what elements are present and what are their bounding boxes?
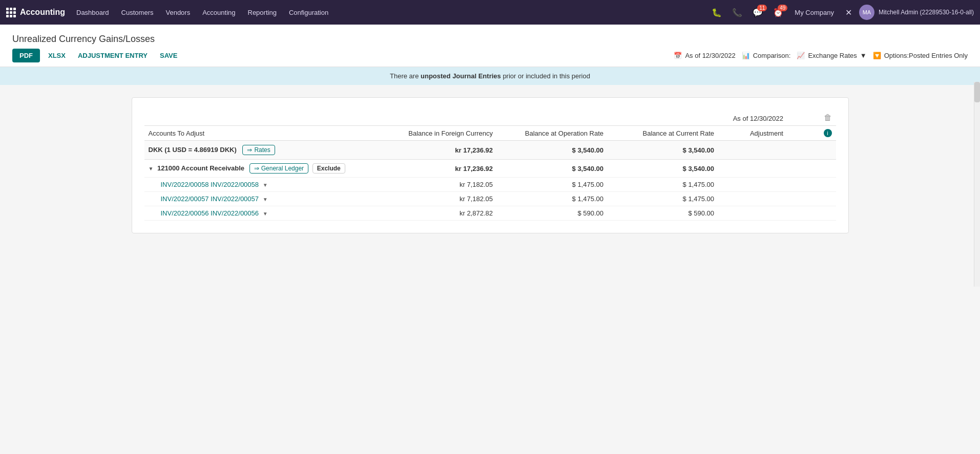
- report-container: As of 12/30/2022 🗑 Accounts To Adjust Ba…: [132, 97, 849, 233]
- col-header-as-of: As of 12/30/2022: [386, 110, 787, 126]
- entry-balance-foreign-1: kr 7,182.05: [386, 192, 497, 206]
- entry-row: INV/2022/00056 INV/2022/00056 ▼ kr 2,872…: [144, 206, 836, 221]
- general-ledger-btn[interactable]: ⇒ General Ledger: [249, 163, 308, 174]
- chat-icon-btn[interactable]: 💬 11: [749, 6, 766, 19]
- exchange-rates-filter[interactable]: 📈 Exchange Rates ▼: [797, 52, 866, 59]
- phone-icon-btn[interactable]: 📞: [729, 6, 745, 19]
- col-header-adjustment: Adjustment: [718, 126, 787, 141]
- rates-link[interactable]: ⇒ Rates: [242, 145, 275, 155]
- scrollbar-thumb[interactable]: [974, 82, 980, 102]
- trend-icon: 📈: [797, 52, 805, 59]
- info-icon[interactable]: i: [824, 129, 832, 137]
- exchange-rates-label: Exchange Rates: [808, 52, 857, 59]
- main-content: As of 12/30/2022 🗑 Accounts To Adjust Ba…: [0, 85, 980, 454]
- bug-icon: 🐛: [712, 8, 722, 17]
- entry-label-2[interactable]: INV/2022/00056 INV/2022/00056 ▼: [144, 206, 387, 221]
- gl-label: General Ledger: [261, 165, 304, 172]
- nav-configuration[interactable]: Configuration: [284, 6, 333, 19]
- phone-icon: 📞: [732, 8, 742, 17]
- as-of-label: As of 12/30/2022: [685, 52, 735, 59]
- info-banner: There are unposted Journal Entries prior…: [0, 67, 980, 85]
- nav-icons: 🐛 📞 💬 11 ⏰ 49 My Company ✕ MA Mitchell A…: [708, 5, 974, 20]
- nav-customers[interactable]: Customers: [116, 6, 159, 19]
- clock-icon-btn[interactable]: ⏰ 49: [770, 6, 786, 19]
- close-icon-btn[interactable]: ✕: [842, 6, 855, 19]
- nav-accounting[interactable]: Accounting: [197, 6, 240, 19]
- account-balance-current: $ 3,540.00: [608, 160, 718, 178]
- currency-balance-foreign: kr 17,236.92: [386, 141, 497, 160]
- entry-balance-foreign-2: kr 2,872.82: [386, 206, 497, 221]
- grid-icon: [6, 8, 16, 17]
- entry-balance-current-0: $ 1,475.00: [608, 178, 718, 192]
- company-selector[interactable]: My Company: [790, 7, 838, 18]
- entry-row: INV/2022/00057 INV/2022/00057 ▼ kr 7,182…: [144, 192, 836, 206]
- trash-icon[interactable]: 🗑: [824, 113, 832, 122]
- page-title: Unrealized Currency Gains/Losses: [12, 29, 968, 49]
- adjustment-entry-button[interactable]: ADJUSTMENT ENTRY: [74, 49, 152, 62]
- account-actions: [787, 160, 836, 178]
- account-adjustment: [718, 160, 787, 178]
- col-header-accounts-label: Accounts To Adjust: [144, 126, 387, 141]
- account-row: ▼ 121000 Account Receivable ⇒ General Le…: [144, 160, 836, 178]
- currency-balance-current: $ 3,540.00: [608, 141, 718, 160]
- options-label: Options:Posted Entries Only: [884, 52, 968, 59]
- entry-balance-operation-1: $ 1,475.00: [497, 192, 608, 206]
- bug-icon-btn[interactable]: 🐛: [708, 6, 725, 19]
- options-filter[interactable]: 🔽 Options:Posted Entries Only: [873, 52, 968, 59]
- arrow-gl-icon: ⇒: [254, 165, 259, 172]
- nav-vendors[interactable]: Vendors: [160, 6, 195, 19]
- navbar: Accounting Dashboard Customers Vendors A…: [0, 0, 980, 25]
- entry-link-0[interactable]: INV/2022/00058 INV/2022/00058: [161, 181, 259, 188]
- rates-label: Rates: [254, 146, 270, 154]
- currency-adjustment: [718, 141, 787, 160]
- entry-adjustment-1: [718, 192, 787, 206]
- bar-chart-icon: 📊: [742, 52, 750, 59]
- exclude-btn[interactable]: Exclude: [312, 163, 345, 174]
- save-button[interactable]: SAVE: [156, 49, 181, 62]
- toolbar: PDF XLSX ADJUSTMENT ENTRY SAVE 📅 As of 1…: [12, 49, 968, 67]
- xlsx-button[interactable]: XLSX: [44, 49, 70, 62]
- account-balance-foreign: kr 17,236.92: [386, 160, 497, 178]
- nav-reporting[interactable]: Reporting: [243, 6, 282, 19]
- entry-balance-operation-0: $ 1,475.00: [497, 178, 608, 192]
- entry-adjustment-2: [718, 206, 787, 221]
- user-name[interactable]: Mitchell Admin (22289530-16-0-all): [879, 9, 974, 16]
- report-table: As of 12/30/2022 🗑 Accounts To Adjust Ba…: [144, 110, 836, 221]
- col-header-info: i: [787, 126, 836, 141]
- toolbar-right: 📅 As of 12/30/2022 📊 Comparison: 📈 Excha…: [674, 52, 968, 59]
- accounts-label: Accounts To Adjust: [149, 129, 205, 137]
- currency-row-label: DKK (1 USD = 4.86919 DKK) ⇒ Rates: [144, 141, 387, 160]
- scrollbar-track[interactable]: [974, 82, 980, 287]
- entry-actions-1: [787, 192, 836, 206]
- as-of-filter[interactable]: 📅 As of 12/30/2022: [674, 52, 735, 59]
- entry-adjustment-0: [718, 178, 787, 192]
- entry-balance-current-1: $ 1,475.00: [608, 192, 718, 206]
- entry-chevron-0[interactable]: ▼: [263, 182, 268, 188]
- calendar-icon: 📅: [674, 52, 682, 59]
- entry-chevron-2[interactable]: ▼: [263, 211, 268, 217]
- banner-text-prefix: There are: [390, 72, 421, 80]
- account-label: 121000 Account Receivable: [157, 164, 244, 172]
- comparison-filter[interactable]: 📊 Comparison:: [742, 52, 791, 59]
- entry-balance-operation-2: $ 590.00: [497, 206, 608, 221]
- col-header-balance-current: Balance at Current Rate: [608, 126, 718, 141]
- entry-chevron-1[interactable]: ▼: [263, 197, 268, 202]
- close-icon: ✕: [845, 8, 852, 17]
- col-header-balance-operation: Balance at Operation Rate: [497, 126, 608, 141]
- currency-label: DKK (1 USD = 4.86919 DKK): [149, 146, 237, 154]
- entry-link-1[interactable]: INV/2022/00057 INV/2022/00057: [161, 195, 259, 203]
- entry-actions-2: [787, 206, 836, 221]
- entry-label-1[interactable]: INV/2022/00057 INV/2022/00057 ▼: [144, 192, 387, 206]
- banner-text-bold: unposted Journal Entries: [421, 72, 501, 80]
- collapse-arrow[interactable]: ▼: [149, 166, 154, 171]
- app-brand[interactable]: Accounting: [6, 8, 65, 17]
- nav-dashboard[interactable]: Dashboard: [71, 6, 114, 19]
- entry-actions-0: [787, 178, 836, 192]
- pdf-button[interactable]: PDF: [12, 49, 40, 62]
- page-header: Unrealized Currency Gains/Losses PDF XLS…: [0, 25, 980, 67]
- currency-row: DKK (1 USD = 4.86919 DKK) ⇒ Rates kr 17,…: [144, 141, 836, 160]
- entry-link-2[interactable]: INV/2022/00056 INV/2022/00056: [161, 209, 259, 217]
- avatar[interactable]: MA: [859, 5, 874, 20]
- entry-label-0[interactable]: INV/2022/00058 INV/2022/00058 ▼: [144, 178, 387, 192]
- as-of-date-header: As of 12/30/2022: [390, 115, 783, 122]
